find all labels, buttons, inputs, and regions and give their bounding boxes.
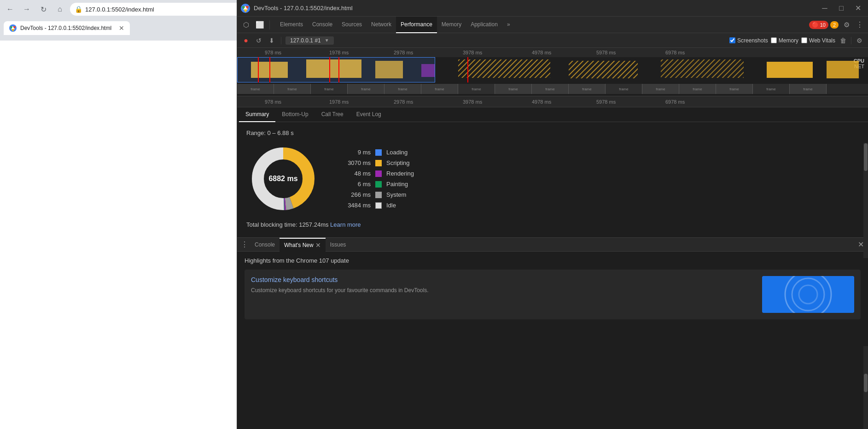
devtools-nav-tabs: Elements Console Sources Network Perform… <box>275 17 515 33</box>
browser-tab[interactable]: DevTools - 127.0.0.1:5502/index.html ✕ <box>4 21 130 35</box>
tab-close-icon[interactable]: ✕ <box>119 24 124 32</box>
tick-5978: 5978 ms <box>596 50 616 55</box>
svg-rect-8 <box>458 59 550 78</box>
detail-tick-4978: 4978 ms <box>532 99 551 105</box>
record-button[interactable]: ● <box>241 35 251 46</box>
warning-badge[interactable]: 2 <box>830 21 839 29</box>
tab-network[interactable]: Network <box>367 17 396 33</box>
timeline-overview[interactable]: 978 ms 1978 ms 2978 ms 3978 ms 4978 ms 5… <box>237 48 868 96</box>
selection-range[interactable] <box>237 57 435 82</box>
card-1-title[interactable]: Customize keyboard shortcuts <box>251 276 757 283</box>
system-value: 266 ms <box>338 191 371 198</box>
scripting-label: Scripting <box>386 159 410 166</box>
inspect-element-button[interactable]: ⬡ <box>240 19 252 31</box>
rendering-value: 48 ms <box>338 170 371 177</box>
loading-value: 9 ms <box>338 149 371 156</box>
reload-button[interactable]: ↻ <box>37 3 50 16</box>
web-vitals-input[interactable] <box>801 37 807 43</box>
screenshots-checkbox[interactable]: Screenshots <box>729 37 768 44</box>
dt-maximize-button[interactable]: □ <box>835 3 848 14</box>
painting-value: 6 ms <box>338 181 371 188</box>
console-tab-issues[interactable]: Issues <box>326 238 351 252</box>
svg-rect-12 <box>827 61 859 78</box>
tab-title: DevTools - 127.0.0.1:5502/index.html <box>20 25 111 31</box>
dt-close-button[interactable]: ✕ <box>851 3 864 14</box>
legend-loading: 9 ms Loading <box>338 149 414 156</box>
detail-tick-6978: 6978 ms <box>665 99 685 105</box>
devtools-title: DevTools - 127.0.0.1:5502/index.html <box>254 5 815 12</box>
error-badge[interactable]: 🔴 10 <box>809 21 828 29</box>
tab-summary[interactable]: Summary <box>239 107 275 122</box>
settings-button[interactable]: ⚙ <box>840 19 852 31</box>
range-label: Range: 0 – 6.88 s <box>246 129 859 136</box>
memory-checkbox[interactable]: Memory <box>771 37 798 44</box>
tab-console[interactable]: Console <box>308 17 337 33</box>
chrome-favicon <box>9 24 17 32</box>
url-selector[interactable]: 127.0.0.1 #1 ▼ <box>285 36 334 45</box>
clear-button[interactable]: 🗑 <box>838 35 848 46</box>
tab-elements[interactable]: Elements <box>275 17 308 33</box>
detail-ruler: 978 ms 1978 ms 2978 ms 3978 ms 4978 ms 5… <box>237 96 868 107</box>
legend-system: 266 ms System <box>338 191 414 198</box>
console-scrollbar <box>863 346 868 429</box>
devtools-panel: DevTools - 127.0.0.1:5502/index.html ─ □… <box>237 0 868 429</box>
tab-performance[interactable]: Performance <box>396 17 437 33</box>
dt-minimize-button[interactable]: ─ <box>818 3 831 14</box>
tab-memory[interactable]: Memory <box>437 17 466 33</box>
detail-tick-2978: 2978 ms <box>394 99 413 105</box>
tick-1978: 1978 ms <box>329 50 349 55</box>
forward-button[interactable]: → <box>20 3 33 16</box>
tab-event-log[interactable]: Event Log <box>350 107 388 122</box>
console-strip: ⋮ Console What's New ✕ Issues ✕ Highligh… <box>237 237 868 320</box>
total-blocking-text: Total blocking time: 1257.24ms <box>246 221 328 228</box>
upload-button[interactable]: ⬇ <box>267 35 277 46</box>
card-1-svg <box>762 276 854 313</box>
painting-label: Painting <box>386 181 408 188</box>
device-icon: ⬜ <box>256 21 264 29</box>
whats-new-tab-label: What's New <box>284 242 314 248</box>
web-vitals-checkbox[interactable]: Web Vitals <box>801 37 835 44</box>
learn-more-link[interactable]: Learn more <box>330 221 361 228</box>
console-tab-whats-new[interactable]: What's New ✕ <box>280 238 326 252</box>
more-options-button[interactable]: ⋮ <box>854 20 865 29</box>
more-tabs-button[interactable]: » <box>502 17 515 33</box>
tick-6978: 6978 ms <box>665 50 685 55</box>
detail-tick-5978: 5978 ms <box>596 99 616 105</box>
settings-separator <box>851 37 851 44</box>
tab-application[interactable]: Application <box>466 17 502 33</box>
memory-input[interactable] <box>771 37 777 43</box>
screenshots-label: Screenshots <box>737 37 768 44</box>
tab-bottom-up[interactable]: Bottom-Up <box>275 107 315 122</box>
legend-idle: 3484 ms Idle <box>338 202 414 209</box>
device-toolbar-button[interactable]: ⬜ <box>254 19 266 31</box>
screenshots-strip: frame frame frame frame frame frame fram… <box>237 84 868 94</box>
analysis-tabs: Summary Bottom-Up Call Tree Event Log <box>237 107 868 122</box>
tabs-scrollbar <box>863 0 868 15</box>
reload-record-button[interactable]: ↺ <box>254 35 264 46</box>
summary-panel: Range: 0 – 6.88 s <box>237 122 868 237</box>
url-text: 127.0.0.1:5502/index.html <box>85 6 154 13</box>
console-menu-button[interactable]: ⋮ <box>239 239 250 250</box>
forward-icon: → <box>23 5 30 13</box>
idle-label: Idle <box>386 202 396 209</box>
whats-new-title: Highlights from the Chrome 107 update <box>245 257 861 264</box>
system-color <box>375 192 382 198</box>
home-button[interactable]: ⌂ <box>53 3 66 16</box>
whats-new-tab-close[interactable]: ✕ <box>315 241 321 249</box>
back-button[interactable]: ← <box>4 3 17 16</box>
tab-sources[interactable]: Sources <box>337 17 367 33</box>
painting-color <box>375 181 382 188</box>
reload-icon: ↻ <box>41 5 47 14</box>
card-1-text: Customize keyboard shortcuts Customize k… <box>251 276 757 313</box>
tab-call-tree[interactable]: Call Tree <box>315 107 350 122</box>
perf-settings-button[interactable]: ⚙ <box>854 35 864 46</box>
memory-label: Memory <box>779 37 798 44</box>
screenshots-input[interactable] <box>729 37 735 43</box>
console-tab-console[interactable]: Console <box>250 238 280 252</box>
back-icon: ← <box>6 5 14 13</box>
summary-scrollbar-thumb <box>864 143 868 171</box>
tick-3978: 3978 ms <box>463 50 482 55</box>
detail-tick-3978: 3978 ms <box>463 99 482 105</box>
console-scrollbar-thumb <box>864 374 868 392</box>
card-1-image <box>762 276 854 313</box>
